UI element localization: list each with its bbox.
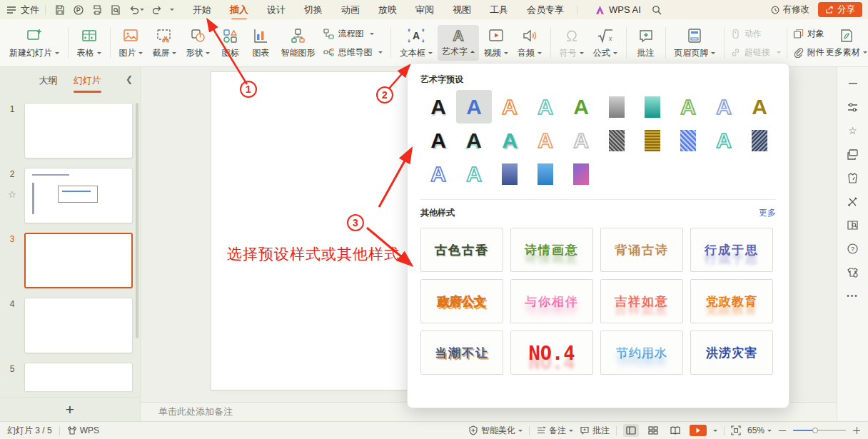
audio-button[interactable]: 音频 bbox=[513, 24, 546, 62]
wordart-preset-1[interactable]: A bbox=[420, 90, 456, 123]
style-card-3[interactable]: 背诵古诗 bbox=[600, 228, 683, 272]
wordart-preset-3[interactable]: A bbox=[492, 90, 528, 123]
collapse-pane-icon[interactable] bbox=[847, 77, 859, 90]
picture-button[interactable]: 图片 bbox=[114, 24, 147, 62]
table-button[interactable]: 表格 bbox=[73, 24, 106, 62]
thumbnail-canvas[interactable] bbox=[24, 233, 133, 288]
tab-review[interactable]: 审阅 bbox=[415, 1, 434, 19]
wordart-preset-17[interactable]: A bbox=[635, 123, 670, 157]
print-icon[interactable] bbox=[91, 4, 103, 16]
skin-icon[interactable] bbox=[847, 266, 859, 278]
style-card-7[interactable]: 吉祥如意 bbox=[600, 279, 683, 323]
object-button[interactable]: 对象 bbox=[793, 28, 824, 40]
flowchart-button[interactable]: 流程图 bbox=[323, 28, 383, 40]
mindmap-button[interactable]: 思维导图 bbox=[323, 46, 383, 59]
wordart-preset-8[interactable]: A bbox=[670, 90, 706, 123]
zoom-level[interactable]: 65% bbox=[747, 425, 772, 435]
undo-button[interactable] bbox=[128, 4, 144, 16]
slideshow-play-button[interactable] bbox=[690, 425, 707, 436]
search-icon[interactable] bbox=[651, 4, 662, 16]
wps-ai-button[interactable]: WPS AI bbox=[595, 4, 641, 15]
slide-thumbnail-4[interactable]: 4 bbox=[0, 298, 133, 353]
export-pdf-icon[interactable] bbox=[73, 4, 84, 16]
wordart-preset-23[interactable]: A bbox=[492, 157, 528, 191]
tab-home[interactable]: 开始 bbox=[193, 1, 211, 19]
sidebar-scrollbar[interactable] bbox=[136, 103, 138, 338]
style-card-12[interactable]: 洪涝灾害 bbox=[690, 330, 773, 375]
tab-view[interactable]: 视图 bbox=[453, 1, 471, 19]
wordart-preset-4[interactable]: A bbox=[528, 90, 563, 123]
normal-view-button[interactable] bbox=[623, 424, 639, 437]
slide-thumbnail-2[interactable]: 2 bbox=[0, 168, 133, 223]
style-card-11[interactable]: 节约用水 bbox=[600, 330, 683, 375]
redo-button[interactable] bbox=[151, 4, 163, 16]
thumbnail-canvas[interactable] bbox=[24, 168, 133, 223]
tab-transition[interactable]: 切换 bbox=[304, 1, 323, 19]
style-card-9[interactable]: 当潮不让 bbox=[420, 330, 503, 375]
wordart-preset-20[interactable]: A bbox=[742, 123, 777, 157]
wordart-preset-15[interactable]: A bbox=[563, 123, 599, 157]
wordart-preset-16[interactable]: A bbox=[599, 123, 635, 157]
more-assets-button[interactable]: 更多素材 bbox=[828, 21, 865, 64]
style-card-5[interactable]: 政府公文 bbox=[420, 279, 503, 323]
fit-slide-button[interactable] bbox=[731, 425, 741, 435]
wordart-preset-7[interactable]: A bbox=[635, 90, 670, 123]
wordart-preset-12[interactable]: A bbox=[456, 123, 492, 157]
wordart-preset-9[interactable]: A bbox=[706, 90, 742, 123]
wordart-preset-22[interactable]: A bbox=[456, 157, 492, 191]
slide-sorter-view-button[interactable] bbox=[645, 424, 661, 437]
layout-icon[interactable] bbox=[847, 148, 859, 161]
tab-member[interactable]: 会员专享 bbox=[527, 1, 564, 19]
share-button[interactable]: 分享 bbox=[818, 2, 862, 17]
header-footer-button[interactable]: 页眉页脚 bbox=[670, 24, 720, 62]
style-card-1[interactable]: 古色古香 bbox=[420, 228, 503, 272]
zoom-out-button[interactable] bbox=[778, 426, 787, 435]
notes-button[interactable]: 备注 bbox=[536, 425, 573, 437]
wordart-preset-25[interactable]: A bbox=[563, 157, 599, 191]
quickbar-more-caret-icon[interactable] bbox=[170, 9, 174, 13]
zoom-slider[interactable] bbox=[793, 426, 846, 435]
icons-button[interactable]: 图标 bbox=[215, 24, 245, 62]
wordart-preset-10[interactable]: A bbox=[742, 90, 777, 123]
screenshot-button[interactable]: 截屏 bbox=[148, 24, 181, 62]
save-icon[interactable] bbox=[54, 4, 66, 16]
tab-insert[interactable]: 插入 bbox=[230, 1, 248, 19]
wordart-preset-21[interactable]: A bbox=[420, 157, 456, 191]
tab-design[interactable]: 设计 bbox=[267, 1, 286, 19]
shape-button[interactable]: 形状 bbox=[181, 24, 214, 62]
wordart-preset-2-selected[interactable]: A bbox=[456, 90, 492, 123]
formula-button[interactable]: x 公式 bbox=[589, 24, 622, 62]
smart-beautify-button[interactable]: 智能美化 bbox=[468, 425, 523, 437]
wps-status[interactable]: WPS bbox=[67, 425, 99, 435]
resource-icon[interactable] bbox=[847, 171, 859, 184]
wordart-preset-6[interactable]: A bbox=[599, 90, 635, 123]
tab-slideshow[interactable]: 放映 bbox=[378, 1, 397, 19]
style-card-2[interactable]: 诗情画意 bbox=[510, 228, 593, 272]
smartart-button[interactable]: 智能图形 bbox=[276, 24, 319, 62]
wordart-preset-19[interactable]: A bbox=[706, 123, 742, 157]
favorites-icon[interactable]: ☆ bbox=[847, 124, 859, 137]
slide-thumbnail-3[interactable]: 3 bbox=[0, 233, 133, 288]
zoom-in-button[interactable] bbox=[852, 426, 861, 435]
slide-thumbnail-5[interactable]: 5 bbox=[0, 363, 133, 391]
reference-icon[interactable] bbox=[847, 218, 859, 231]
style-card-6[interactable]: 与你相伴 bbox=[510, 279, 593, 323]
comments-button[interactable]: 批注 bbox=[580, 425, 610, 437]
modified-status[interactable]: 有修改 bbox=[770, 4, 810, 16]
zoom-slider-thumb[interactable] bbox=[812, 428, 818, 433]
add-slide-button[interactable]: + bbox=[0, 397, 140, 421]
comment-button[interactable]: 批注 bbox=[631, 24, 661, 62]
tools-icon[interactable] bbox=[847, 195, 859, 208]
sidebar-collapse-icon[interactable]: ❮ bbox=[126, 74, 133, 84]
slide-thumbnail-1[interactable]: 1 bbox=[0, 103, 133, 158]
tab-tools[interactable]: 工具 bbox=[490, 1, 508, 19]
play-options-caret-icon[interactable] bbox=[713, 430, 717, 434]
new-slide-button[interactable]: 新建幻灯片 bbox=[5, 24, 64, 62]
more-styles-link[interactable]: 更多 bbox=[759, 207, 776, 219]
properties-icon[interactable] bbox=[847, 101, 859, 113]
style-card-4[interactable]: 行成于思 bbox=[690, 228, 773, 272]
tab-slides[interactable]: 幻灯片 bbox=[74, 74, 101, 87]
more-tools-icon[interactable]: ••• bbox=[847, 289, 859, 302]
tab-animation[interactable]: 动画 bbox=[341, 1, 360, 19]
print-preview-icon[interactable] bbox=[110, 4, 121, 16]
